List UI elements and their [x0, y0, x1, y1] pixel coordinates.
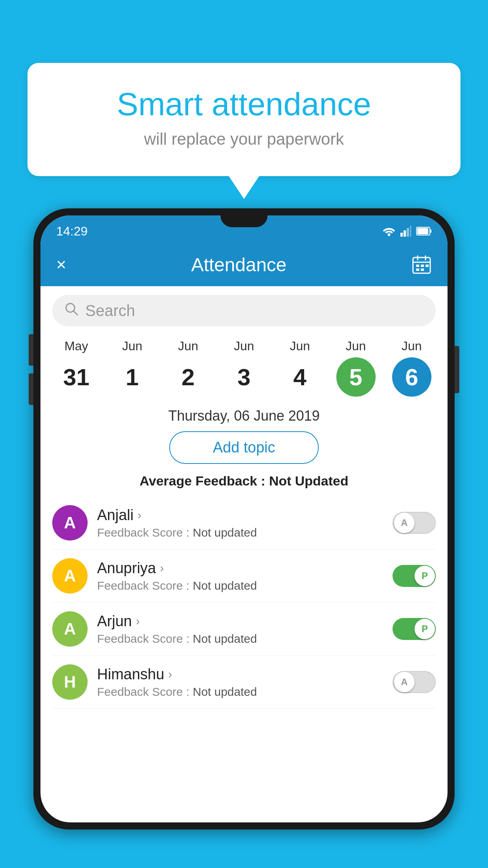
date-month: Jun — [234, 339, 254, 353]
student-avatar: A — [52, 611, 88, 647]
toggle-switch[interactable]: P — [393, 618, 436, 640]
search-bar[interactable]: Search — [52, 295, 436, 326]
student-row-3[interactable]: HHimanshu ›Feedback Score : Not updatedA — [52, 656, 436, 709]
date-col-4[interactable]: Jun4 — [276, 339, 323, 397]
student-list: AAnjali ›Feedback Score : Not updatedAAA… — [40, 497, 448, 709]
date-day[interactable]: 4 — [280, 357, 319, 397]
student-name[interactable]: Anupriya › — [97, 560, 383, 577]
attendance-toggle[interactable]: P — [393, 618, 436, 640]
volume-down-button — [29, 373, 33, 405]
svg-rect-3 — [407, 228, 409, 237]
svg-rect-12 — [416, 265, 419, 267]
date-col-2[interactable]: Jun2 — [165, 339, 212, 397]
student-row-2[interactable]: AArjun ›Feedback Score : Not updatedP — [52, 603, 436, 656]
feedback-value: Not updated — [193, 579, 257, 592]
date-col-0[interactable]: May31 — [53, 339, 100, 397]
student-row-1[interactable]: AAnupriya ›Feedback Score : Not updatedP — [52, 550, 436, 603]
toggle-switch[interactable]: P — [393, 565, 436, 587]
phone-notch — [220, 215, 268, 227]
selected-date: Thursday, 06 June 2019 — [40, 408, 448, 424]
student-avatar: H — [52, 664, 88, 700]
attendance-toggle[interactable]: A — [393, 671, 436, 693]
signal-icon — [400, 226, 411, 237]
avg-feedback-value: Not Updated — [269, 473, 349, 488]
attendance-toggle[interactable]: P — [393, 565, 436, 587]
student-feedback: Feedback Score : Not updated — [97, 579, 383, 592]
header-title: Attendance — [191, 254, 286, 276]
date-day[interactable]: 5 — [336, 357, 376, 397]
svg-point-0 — [388, 234, 391, 236]
chevron-right-icon: › — [168, 668, 172, 681]
svg-line-18 — [73, 311, 77, 315]
date-day[interactable]: 31 — [57, 357, 96, 397]
toggle-knob: P — [415, 566, 435, 586]
date-month: Jun — [346, 339, 366, 353]
student-info: Anjali ›Feedback Score : Not updated — [97, 507, 383, 539]
student-feedback: Feedback Score : Not updated — [97, 632, 383, 645]
date-day[interactable]: 3 — [224, 357, 264, 397]
student-avatar: A — [52, 505, 88, 541]
phone-frame: 14:29 — [33, 208, 455, 829]
student-info: Anupriya ›Feedback Score : Not updated — [97, 560, 383, 592]
power-button — [455, 346, 459, 393]
date-month: Jun — [402, 339, 422, 353]
date-day[interactable]: 6 — [392, 357, 431, 397]
avg-feedback: Average Feedback : Not Updated — [40, 473, 448, 489]
close-button[interactable]: × — [56, 255, 66, 274]
toggle-switch[interactable]: A — [393, 671, 436, 693]
svg-rect-15 — [416, 268, 419, 271]
svg-rect-2 — [404, 230, 406, 237]
svg-rect-14 — [426, 265, 429, 267]
status-icons — [382, 226, 432, 237]
volume-up-button — [29, 334, 33, 366]
date-col-6[interactable]: Jun6 — [388, 339, 435, 397]
toggle-switch[interactable]: A — [393, 512, 436, 534]
toggle-knob: A — [394, 672, 415, 692]
phone-screen: 14:29 — [40, 215, 448, 822]
svg-rect-1 — [400, 233, 403, 237]
date-col-1[interactable]: Jun1 — [108, 339, 156, 397]
feedback-value: Not updated — [193, 526, 257, 539]
svg-rect-13 — [421, 265, 424, 267]
toggle-knob: P — [415, 619, 435, 639]
search-placeholder: Search — [85, 302, 135, 320]
wifi-icon — [382, 226, 396, 237]
date-col-5[interactable]: Jun5 — [332, 339, 380, 397]
student-name[interactable]: Anjali › — [97, 507, 383, 524]
student-name[interactable]: Arjun › — [97, 613, 383, 630]
calendar-icon[interactable] — [411, 254, 432, 275]
svg-rect-4 — [410, 226, 411, 237]
student-name[interactable]: Himanshu › — [97, 666, 383, 683]
chevron-right-icon: › — [160, 561, 164, 575]
date-month: Jun — [290, 339, 310, 353]
speech-bubble-tail — [228, 175, 260, 199]
app-header: × Attendance — [40, 243, 448, 286]
date-strip: May31Jun1Jun2Jun3Jun4Jun5Jun6 — [40, 335, 448, 397]
svg-rect-7 — [417, 228, 428, 234]
battery-icon — [416, 226, 432, 236]
speech-bubble-subtitle: will replace your paperwork — [59, 130, 429, 149]
feedback-value: Not updated — [193, 632, 257, 645]
svg-rect-6 — [430, 230, 431, 233]
chevron-right-icon: › — [136, 614, 140, 628]
date-day[interactable]: 1 — [112, 357, 152, 397]
search-icon — [64, 302, 79, 320]
speech-bubble-section: Smart attendance will replace your paper… — [28, 63, 460, 199]
date-day[interactable]: 2 — [169, 357, 208, 397]
svg-rect-16 — [421, 268, 424, 271]
student-feedback: Feedback Score : Not updated — [97, 685, 383, 699]
date-month: Jun — [178, 339, 198, 353]
chevron-right-icon: › — [138, 508, 141, 522]
toggle-knob: A — [394, 513, 415, 533]
feedback-value: Not updated — [193, 685, 257, 698]
student-row-0[interactable]: AAnjali ›Feedback Score : Not updatedA — [52, 497, 436, 550]
attendance-toggle[interactable]: A — [393, 512, 436, 534]
student-info: Arjun ›Feedback Score : Not updated — [97, 613, 383, 645]
add-topic-button[interactable]: Add topic — [169, 431, 319, 464]
date-col-3[interactable]: Jun3 — [220, 339, 268, 397]
speech-bubble: Smart attendance will replace your paper… — [28, 63, 460, 176]
phone-container: 14:29 — [33, 208, 455, 868]
student-info: Himanshu ›Feedback Score : Not updated — [97, 666, 383, 699]
date-month: Jun — [122, 339, 143, 353]
student-avatar: A — [52, 558, 88, 594]
